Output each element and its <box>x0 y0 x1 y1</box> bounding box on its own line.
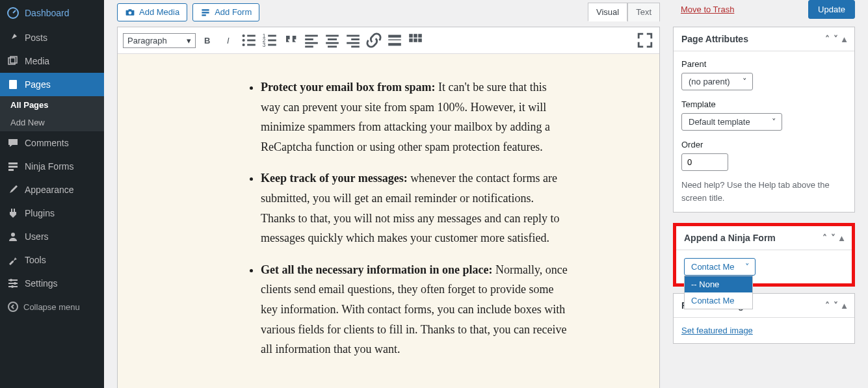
blockquote-button[interactable] <box>282 31 300 49</box>
add-form-button[interactable]: Add Form <box>192 3 259 21</box>
sidebar-label: Posts <box>25 32 47 43</box>
sidebar-label: Pages <box>25 79 51 90</box>
sidebar-label: Users <box>25 231 49 242</box>
svg-rect-23 <box>247 44 256 46</box>
sidebar-label: Settings <box>25 278 58 289</box>
editor-tabs: Visual Text <box>588 3 660 21</box>
svg-rect-15 <box>202 9 209 10</box>
sidebar-item-media[interactable]: Media <box>0 49 104 73</box>
svg-rect-47 <box>418 34 422 38</box>
ninja-selected: Contact Me <box>691 262 734 272</box>
order-input[interactable] <box>681 153 728 171</box>
svg-rect-5 <box>8 166 18 168</box>
submenu-all-pages[interactable]: All Pages <box>0 96 104 114</box>
italic-button[interactable]: I <box>219 31 237 49</box>
sidebar-item-pages[interactable]: Pages <box>0 73 104 96</box>
sidebar-label: Media <box>25 56 49 66</box>
svg-rect-50 <box>418 38 422 42</box>
chevron-down-icon[interactable]: ˅ <box>834 300 838 311</box>
read-more-button[interactable] <box>386 31 404 49</box>
bullet-bold: Get all the necessary information in one… <box>261 263 492 276</box>
svg-rect-29 <box>268 44 276 46</box>
publish-actions: Move to Trash Update <box>673 0 855 27</box>
numbered-list-button[interactable]: 123 <box>261 31 279 49</box>
sidebar-label: Comments <box>25 138 69 148</box>
dropdown-option-none[interactable]: -- None <box>685 276 752 292</box>
sidebar-item-users[interactable]: Users <box>0 225 104 248</box>
bold-button[interactable]: B <box>198 31 217 49</box>
media-icon <box>7 55 20 68</box>
collapse-icon <box>7 300 20 313</box>
caret-up-icon[interactable]: ▴ <box>839 233 844 243</box>
template-select[interactable]: Default template ˅ <box>681 113 782 131</box>
sidebar-item-appearance[interactable]: Appearance <box>0 178 104 201</box>
parent-label: Parent <box>681 59 847 69</box>
svg-rect-39 <box>351 38 360 40</box>
caret-up-icon[interactable]: ▴ <box>842 300 847 311</box>
svg-rect-6 <box>8 169 14 171</box>
tab-visual[interactable]: Visual <box>588 3 627 21</box>
brush-icon <box>7 183 20 196</box>
svg-rect-45 <box>409 34 413 38</box>
align-center-button[interactable] <box>323 31 341 49</box>
sidebar-item-plugins[interactable]: Plugins <box>0 201 104 225</box>
submenu-add-new[interactable]: Add New <box>0 114 104 131</box>
svg-rect-3 <box>9 80 17 89</box>
link-button[interactable] <box>365 31 383 49</box>
svg-point-20 <box>242 39 244 42</box>
toolbar-toggle-button[interactable] <box>406 31 425 49</box>
chevron-up-icon[interactable]: ˄ <box>822 233 827 243</box>
tab-text[interactable]: Text <box>627 3 660 21</box>
collapse-menu[interactable]: Collapse menu <box>0 295 104 318</box>
chevron-down-icon: ˅ <box>743 77 747 86</box>
form-icon <box>7 160 20 173</box>
chevron-up-icon[interactable]: ˄ <box>825 300 830 311</box>
fullscreen-button[interactable] <box>636 31 654 49</box>
svg-rect-43 <box>388 40 401 40</box>
align-right-button[interactable] <box>344 31 362 49</box>
dropdown-option-contact-me[interactable]: Contact Me <box>685 292 752 309</box>
chevron-down-icon[interactable]: ˅ <box>831 233 835 243</box>
plug-icon <box>7 207 20 220</box>
bulleted-list-button[interactable] <box>240 31 258 49</box>
sidebar-item-dashboard[interactable]: Dashboard <box>0 0 104 26</box>
sidebar-item-comments[interactable]: Comments <box>0 131 104 155</box>
svg-rect-30 <box>305 35 318 37</box>
chevron-down-icon[interactable]: ˅ <box>834 34 838 44</box>
ninja-form-dropdown[interactable]: Contact Me ˅ -- None Contact Me <box>684 258 756 276</box>
chevron-down-icon: ▾ <box>187 36 191 45</box>
page-attributes-panel: Page Attributes ˄ ˅ ▴ Parent (no parent)… <box>673 27 855 213</box>
svg-rect-4 <box>8 162 18 164</box>
tinymce-toolbar: Paragraph ▾ B I 123 <box>118 27 659 54</box>
append-ninja-form-panel: Append a Ninja Form ˄ ˅ ▴ Contact Me ˅ -… <box>673 223 855 287</box>
svg-rect-17 <box>202 14 206 16</box>
sidebar-item-ninja-forms[interactable]: Ninja Forms <box>0 155 104 178</box>
content-editor: Paragraph ▾ B I 123 Protect your email b… <box>117 27 660 388</box>
svg-rect-37 <box>328 45 337 47</box>
move-to-trash-link[interactable]: Move to Trash <box>681 5 734 14</box>
caret-up-icon[interactable]: ▴ <box>842 34 847 44</box>
sidebar-item-tools[interactable]: Tools <box>0 248 104 272</box>
format-select[interactable]: Paragraph ▾ <box>123 33 196 48</box>
editor-top-toolbar: Add Media Add Form Visual Text <box>117 0 660 27</box>
sidebar-label: Plugins <box>25 208 55 218</box>
panel-header[interactable]: Page Attributes ˄ ˅ ▴ <box>674 27 854 51</box>
update-button[interactable]: Update <box>808 0 855 19</box>
list-item: Get all the necessary information in one… <box>261 260 620 359</box>
parent-select[interactable]: (no parent) ˅ <box>681 73 753 90</box>
editor-content[interactable]: Protect your email box from spam: It can… <box>118 54 659 388</box>
add-form-label: Add Form <box>215 7 252 17</box>
template-label: Template <box>681 99 847 109</box>
sidebar-item-posts[interactable]: Posts <box>0 26 104 49</box>
panel-title: Page Attributes <box>681 34 748 44</box>
sidebar-item-settings[interactable]: Settings <box>0 272 104 295</box>
svg-rect-38 <box>347 35 360 37</box>
set-featured-image-link[interactable]: Set featured image <box>681 326 753 335</box>
panel-header[interactable]: Append a Ninja Form ˄ ˅ ▴ <box>676 226 852 250</box>
chevron-up-icon[interactable]: ˄ <box>825 34 830 44</box>
svg-point-22 <box>242 44 244 46</box>
add-media-button[interactable]: Add Media <box>117 3 187 21</box>
align-left-button[interactable] <box>302 31 321 49</box>
svg-rect-14 <box>129 9 132 10</box>
svg-rect-19 <box>247 35 256 37</box>
